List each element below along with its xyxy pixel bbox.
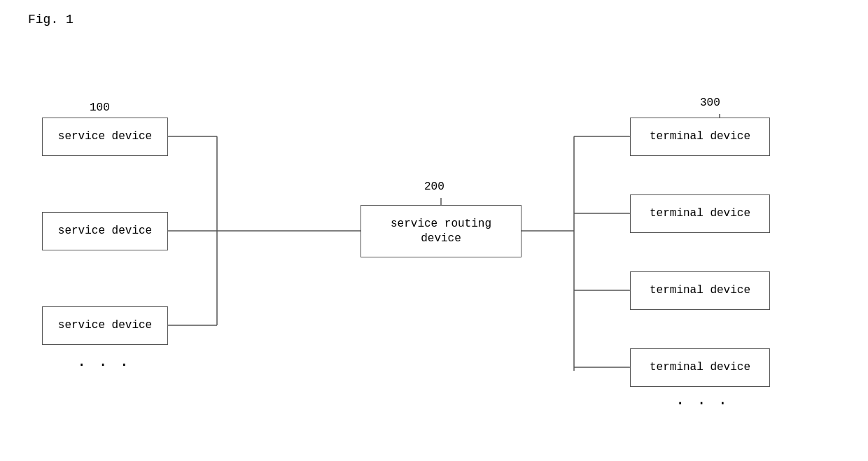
- fig-label: Fig. 1: [28, 13, 74, 27]
- service-dots: · · ·: [77, 357, 130, 374]
- label-300: 300: [700, 97, 720, 109]
- terminal-device-3-box: terminal device: [630, 271, 770, 310]
- service-device-3-box: service device: [42, 306, 168, 345]
- terminal-dots: · · ·: [676, 395, 729, 413]
- terminal-device-4-box: terminal device: [630, 348, 770, 387]
- terminal-device-2-box: terminal device: [630, 194, 770, 233]
- service-routing-device-box: service routingdevice: [360, 205, 522, 257]
- terminal-device-1-box: terminal device: [630, 118, 770, 156]
- diagram: Fig. 1 100 200 300: [0, 0, 868, 461]
- label-100: 100: [90, 101, 110, 114]
- service-device-1-box: service device: [42, 118, 168, 156]
- label-200: 200: [424, 180, 444, 193]
- service-device-2-box: service device: [42, 212, 168, 250]
